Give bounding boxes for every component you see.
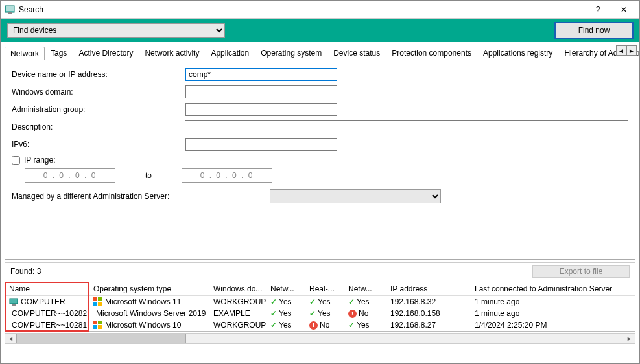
- ip-range-checkbox[interactable]: [12, 156, 20, 165]
- svg-rect-4: [12, 304, 16, 306]
- svg-rect-5: [93, 297, 97, 301]
- col-last[interactable]: Last connected to Administration Server: [471, 282, 635, 296]
- table-row[interactable]: COMPUTER~~10282: [5, 308, 89, 319]
- col-netw2[interactable]: Netw...: [344, 282, 386, 296]
- check-icon: ✓: [309, 297, 316, 306]
- cell-net: ✓Yes: [267, 308, 305, 319]
- check-icon: ✓: [309, 309, 316, 318]
- check-icon: ✓: [270, 297, 277, 306]
- cell-last: 1/4/2024 2:25:20 PM: [471, 319, 635, 331]
- tab-tags[interactable]: Tags: [45, 46, 73, 60]
- device-icon: [9, 297, 18, 306]
- cell-ip: 192.168.8.32: [386, 296, 471, 308]
- titlebar: Search ? ✕: [1, 1, 639, 19]
- col-real[interactable]: Real-...: [305, 282, 344, 296]
- tab-operating-system[interactable]: Operating system: [255, 46, 327, 60]
- col-name[interactable]: Name: [5, 282, 89, 296]
- svg-rect-19: [93, 321, 97, 324]
- cell-ip: 192.168.0.158: [386, 308, 471, 319]
- svg-rect-22: [98, 325, 102, 329]
- export-to-file-button[interactable]: Export to file: [532, 265, 630, 278]
- tab-scroll-right[interactable]: ►: [626, 45, 637, 56]
- description-label: Description:: [12, 122, 185, 131]
- ipv6-input[interactable]: [185, 138, 337, 151]
- tab-network-activity[interactable]: Network activity: [139, 46, 205, 60]
- cell-last: 1 minute ago: [471, 296, 635, 308]
- help-button[interactable]: ?: [585, 1, 611, 18]
- windows-domain-label: Windows domain:: [12, 87, 185, 97]
- cell-netw2: ✓Yes: [344, 296, 386, 308]
- cell-net: ✓Yes: [267, 319, 305, 331]
- tab-active-directory[interactable]: Active Directory: [73, 46, 139, 60]
- col-ip[interactable]: IP address: [386, 282, 471, 296]
- cell-os: Microsoft Windows Server 2019: [89, 308, 209, 319]
- managed-by-label: Managed by a different Administration Se…: [12, 192, 270, 201]
- svg-rect-1: [6, 6, 14, 11]
- network-form: Device name or IP address: Windows domai…: [5, 60, 635, 260]
- cell-os: Microsoft Windows 11: [89, 296, 209, 308]
- app-icon: [5, 5, 15, 15]
- ip-to-input[interactable]: 0 . 0 . 0 . 0: [182, 168, 272, 183]
- svg-rect-7: [93, 302, 97, 306]
- search-mode-select[interactable]: Find devices: [7, 23, 225, 38]
- tab-bar: Network Tags Active Directory Network ac…: [1, 42, 639, 60]
- cell-real: ✓Yes: [305, 308, 344, 319]
- found-count: Found: 3: [10, 267, 532, 276]
- svg-rect-21: [93, 325, 97, 329]
- managed-by-select[interactable]: [270, 189, 441, 203]
- table-row[interactable]: COMPUTER~~10281: [5, 319, 89, 331]
- tab-scroll-left[interactable]: ◄: [616, 45, 626, 56]
- device-name-input[interactable]: [185, 68, 337, 81]
- find-now-button[interactable]: Find now: [555, 23, 633, 38]
- cell-net: ✓Yes: [267, 296, 305, 308]
- cell-last: 1 minute ago: [471, 308, 635, 319]
- check-icon: ✓: [270, 321, 277, 330]
- cell-domain: WORKGROUP: [209, 296, 267, 308]
- tab-applications-registry[interactable]: Applications registry: [477, 46, 558, 60]
- scroll-thumb[interactable]: [16, 334, 186, 343]
- cell-netw2: ✓Yes: [344, 319, 386, 331]
- col-domain[interactable]: Windows do...: [209, 282, 267, 296]
- tab-protection-components[interactable]: Protection components: [386, 46, 477, 60]
- svg-rect-6: [98, 297, 102, 301]
- cell-real: ✓Yes: [305, 296, 344, 308]
- windows-icon: [93, 297, 102, 306]
- svg-rect-2: [8, 12, 12, 14]
- windows-icon: [93, 321, 102, 330]
- horizontal-scrollbar[interactable]: ◄ ►: [5, 333, 635, 344]
- results-grid: Name Operating system type Windows do...…: [5, 282, 635, 332]
- ip-to-label: to: [145, 171, 152, 180]
- cell-real: !No: [305, 319, 344, 331]
- tab-application[interactable]: Application: [205, 46, 255, 60]
- cell-ip: 192.168.8.27: [386, 319, 471, 331]
- cell-netw2: !No: [344, 308, 386, 319]
- col-netw[interactable]: Netw...: [267, 282, 305, 296]
- scroll-track[interactable]: [16, 334, 624, 343]
- admin-group-input[interactable]: [185, 103, 337, 116]
- scroll-right-button[interactable]: ►: [624, 334, 635, 343]
- cell-domain: WORKGROUP: [209, 319, 267, 331]
- check-icon: ✓: [348, 321, 355, 330]
- device-name-label: Device name or IP address:: [12, 70, 185, 79]
- cell-domain: EXAMPLE: [209, 308, 267, 319]
- admin-group-label: Administration group:: [12, 105, 185, 114]
- toolbar: Find devices Find now: [1, 19, 639, 42]
- alert-icon: !: [309, 321, 318, 330]
- window-title: Search: [19, 5, 43, 14]
- description-input[interactable]: [185, 120, 628, 133]
- check-icon: ✓: [270, 309, 277, 318]
- tab-network[interactable]: Network: [5, 47, 45, 60]
- ipv6-label: IPv6:: [12, 140, 185, 149]
- svg-rect-3: [10, 299, 18, 304]
- col-os[interactable]: Operating system type: [89, 282, 209, 296]
- ip-from-input[interactable]: 0 . 0 . 0 . 0: [25, 168, 115, 183]
- tab-device-status[interactable]: Device status: [327, 46, 386, 60]
- close-button[interactable]: ✕: [611, 1, 637, 18]
- found-bar: Found: 3 Export to file: [5, 262, 635, 280]
- check-icon: ✓: [348, 297, 355, 306]
- windows-domain-input[interactable]: [185, 85, 337, 98]
- table-row[interactable]: COMPUTER: [5, 296, 89, 308]
- svg-rect-8: [98, 302, 102, 306]
- ip-range-label: IP range:: [24, 155, 55, 165]
- scroll-left-button[interactable]: ◄: [5, 334, 16, 343]
